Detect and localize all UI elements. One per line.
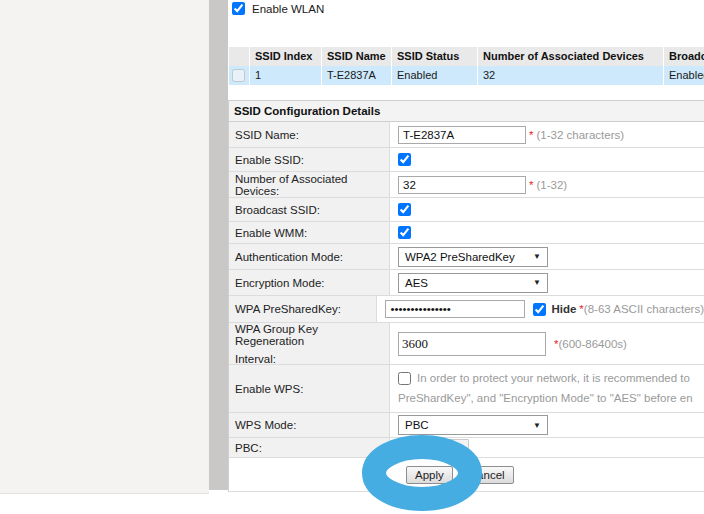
wps-mode-row: WPS Mode: PBC ▼ (229, 413, 704, 438)
num-devices-label: Number of Associated Devices: (229, 172, 390, 197)
cell-ssid-name: T-E2837A (321, 66, 391, 85)
enable-wlan-checkbox[interactable] (232, 2, 245, 15)
col-header-ssid-index: SSID Index (249, 47, 321, 66)
enable-wmm-checkbox[interactable] (398, 226, 411, 239)
enable-wps-label: Enable WPS: (229, 365, 390, 412)
ssid-table-header-row: SSID Index SSID Name SSID Status Number … (229, 47, 704, 66)
wps-mode-select[interactable]: PBC ▼ (398, 415, 548, 435)
wps-mode-value: PBC (405, 419, 429, 431)
auth-mode-select[interactable]: WPA2 PreSharedKey ▼ (398, 247, 548, 267)
vertical-divider-band (209, 0, 228, 490)
enable-wlan-row: Enable WLAN (232, 2, 324, 15)
col-header-ssid-status: SSID Status (391, 47, 477, 66)
num-devices-input[interactable] (398, 176, 526, 194)
ssid-configuration-form: SSID Configuration Details SSID Name: * … (228, 100, 704, 492)
start-wps-button[interactable]: Start WPS (399, 439, 469, 457)
section-title: SSID Configuration Details (229, 101, 704, 122)
row-select-cell (229, 66, 249, 85)
enable-wmm-label: Enable WMM: (229, 222, 390, 243)
required-star: * (529, 129, 533, 141)
group-key-interval-input[interactable] (398, 332, 546, 356)
ssid-name-hint: (1-32 characters) (536, 129, 624, 141)
col-header-ssid-name: SSID Name (321, 47, 391, 66)
enable-wps-row: Enable WPS: In order to protect your net… (229, 365, 704, 413)
cell-ssid-status: Enabled (391, 66, 477, 85)
cell-broadcast: Enabled (663, 66, 704, 85)
enc-mode-value: AES (405, 277, 428, 289)
group-key-label-line2: Interval: (235, 353, 389, 365)
chevron-down-icon: ▼ (533, 252, 541, 261)
psk-label: WPA PreSharedKey: (229, 296, 377, 322)
chevron-down-icon: ▼ (533, 421, 541, 430)
cell-num-devices: 32 (477, 66, 663, 85)
broadcast-ssid-row: Broadcast SSID: (229, 198, 704, 222)
enc-mode-select[interactable]: AES ▼ (398, 273, 548, 293)
ssid-table-row[interactable]: 1 T-E2837A Enabled 32 Enabled (229, 66, 704, 85)
num-devices-row: Number of Associated Devices: * (1-32) (229, 172, 704, 198)
group-key-row: WPA Group Key Regeneration Interval: * (… (229, 323, 704, 365)
ssid-table: SSID Index SSID Name SSID Status Number … (229, 47, 704, 85)
page-left-margin (0, 0, 209, 494)
enc-mode-row: Encryption Mode: AES ▼ (229, 270, 704, 296)
enable-wps-checkbox[interactable] (398, 372, 411, 385)
chevron-down-icon: ▼ (533, 278, 541, 287)
pbc-label: PBC: (229, 438, 390, 457)
auth-mode-label: Authentication Mode: (229, 244, 390, 269)
enable-ssid-row: Enable SSID: (229, 148, 704, 172)
wps-note-line2: PreShardKey", and "Encryption Mode" to "… (398, 388, 704, 408)
ssid-name-input[interactable] (398, 126, 526, 144)
auth-mode-row: Authentication Mode: WPA2 PreSharedKey ▼ (229, 244, 704, 270)
pbc-row: PBC: Start WPS (229, 438, 704, 458)
cancel-button[interactable]: Cancel (460, 466, 514, 484)
ssid-name-row: SSID Name: * (1-32 characters) (229, 122, 704, 148)
wps-mode-label: WPS Mode: (229, 413, 390, 437)
hide-psk-checkbox[interactable] (533, 303, 546, 316)
col-header-num-devices: Number of Associated Devices (477, 47, 663, 66)
broadcast-ssid-checkbox[interactable] (398, 203, 411, 216)
form-buttons-row: Apply Cancel (229, 458, 704, 492)
enc-mode-label: Encryption Mode: (229, 270, 390, 295)
wlan-settings-content: Enable WLAN SSID Index SSID Name SSID St… (228, 0, 704, 514)
group-key-hint: (600-86400s) (558, 338, 626, 350)
row-select-checkbox[interactable] (232, 69, 245, 82)
apply-button[interactable]: Apply (406, 466, 453, 484)
required-star: * (529, 179, 533, 191)
enable-wlan-label: Enable WLAN (252, 3, 324, 15)
auth-mode-value: WPA2 PreSharedKey (405, 251, 515, 263)
enable-wmm-row: Enable WMM: (229, 222, 704, 244)
enable-ssid-label: Enable SSID: (229, 148, 390, 171)
psk-hint: (8-63 ASCII characters) (584, 303, 704, 315)
wps-note-line1: In order to protect your network, it is … (417, 368, 690, 388)
group-key-label-line1: WPA Group Key Regeneration (235, 323, 389, 347)
enable-ssid-checkbox[interactable] (398, 153, 411, 166)
hide-psk-label: Hide (551, 303, 576, 315)
col-header-broadcast: Broadcast SSID (663, 47, 704, 66)
select-column-header (229, 47, 249, 66)
broadcast-ssid-label: Broadcast SSID: (229, 198, 390, 221)
psk-row: WPA PreSharedKey: Hide * (8-63 ASCII cha… (229, 296, 704, 323)
router-admin-page: Enable WLAN SSID Index SSID Name SSID St… (0, 0, 704, 514)
num-devices-hint: (1-32) (536, 179, 567, 191)
cell-ssid-index: 1 (249, 66, 321, 85)
ssid-name-label: SSID Name: (229, 122, 390, 147)
psk-input[interactable] (385, 300, 525, 318)
